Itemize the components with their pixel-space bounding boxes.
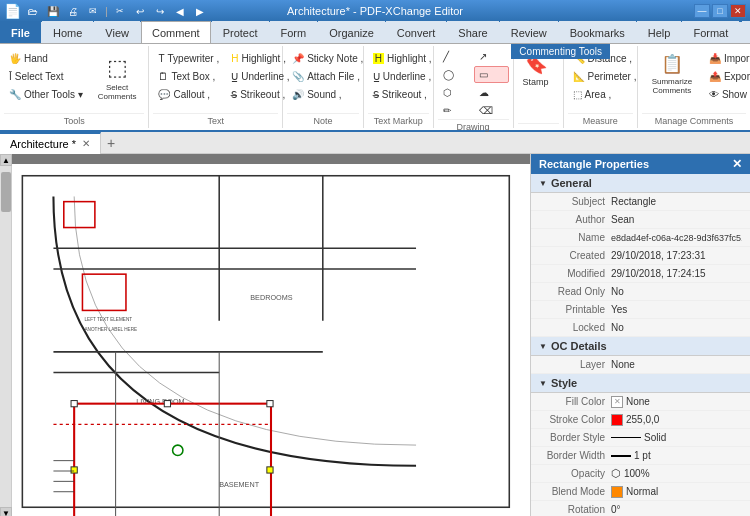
tab-convert[interactable]: Convert [386,21,447,43]
hand-label: Hand [24,53,48,64]
tab-organize[interactable]: Organize [318,21,385,43]
textbox-icon: 🗒 [158,71,168,82]
summarize-label: SummarizeComments [652,77,692,95]
summarize-comments-btn[interactable]: 📋 SummarizeComments [642,50,702,98]
section-general-header[interactable]: ▼ General [531,174,750,193]
section-ocdetails-header[interactable]: ▼ OC Details [531,337,750,356]
qa-cut[interactable]: ✂ [112,3,128,19]
qa-forward[interactable]: ▶ [192,3,208,19]
other-tools-btn[interactable]: 🔧 Other Tools ▾ [4,86,88,103]
sticky-note-btn[interactable]: 📌 Sticky Note , [287,50,368,67]
textbox-btn[interactable]: 🗒 Text Box , [153,68,224,85]
value-printable: Yes [611,304,742,315]
tab-home[interactable]: Home [42,21,93,43]
scroll-up-btn[interactable]: ▲ [0,154,12,166]
doc-tabs: Architecture * ✕ + [0,132,750,154]
fill-color-swatch[interactable]: ✕ [611,396,623,408]
doc-tab-architecture[interactable]: Architecture * ✕ [0,132,101,154]
qa-save[interactable]: 💾 [45,3,61,19]
doc-tab-close[interactable]: ✕ [82,138,90,149]
scroll-down-btn[interactable]: ▼ [0,507,12,516]
tab-form[interactable]: Form [270,21,318,43]
export-btn[interactable]: 📤 Export [704,68,750,85]
group-note-label: Note [287,113,359,126]
highlight-markup-btn[interactable]: H Highlight , [368,50,437,67]
qa-print[interactable]: 🖨 [65,3,81,19]
arrow-btn[interactable]: ↗ [474,48,509,65]
attach-file-btn[interactable]: 📎 Attach File , [287,68,368,85]
cloud-icon: ☁ [479,87,489,98]
tab-help[interactable]: Help [637,21,682,43]
hand-tool-btn[interactable]: 🖐 Hand [4,50,88,67]
value-rotation: 0° [611,504,742,515]
underline-markup-btn[interactable]: U̲ Underline , [368,68,437,85]
minimize-btn[interactable]: — [694,4,710,18]
tab-file[interactable]: File [0,21,41,43]
qa-open[interactable]: 🗁 [25,3,41,19]
row-opacity: Opacity ⬡ 100% [531,465,750,483]
callout-btn[interactable]: 💬 Callout , [153,86,224,103]
svg-text:ANOTHER LABEL HERE: ANOTHER LABEL HERE [85,327,138,332]
tab-view[interactable]: View [94,21,140,43]
row-layer: Layer None [531,356,750,374]
show-btn[interactable]: 👁 Show ▾ [704,86,750,103]
group-stamp-label [518,123,559,126]
qa-undo[interactable]: ↩ [132,3,148,19]
close-btn[interactable]: ✕ [730,4,746,18]
qa-back[interactable]: ◀ [172,3,188,19]
scroll-thumb[interactable] [1,172,11,212]
export-icon: 📤 [709,71,721,82]
tab-format[interactable]: Format [682,21,739,43]
tab-bookmarks[interactable]: Bookmarks [559,21,636,43]
svg-rect-14 [164,401,170,407]
tab-comment[interactable]: Comment [141,21,211,43]
area-btn[interactable]: ⬚ Area , [568,86,642,103]
tab-arrange[interactable]: Arrange [742,21,750,43]
group-markup-content: H Highlight , U̲ Underline , S̶ Strikeou… [368,48,429,113]
underline-text-icon: U̲ [231,71,238,82]
panel-header: Rectangle Properties ✕ [531,154,750,174]
group-manage-content: 📋 SummarizeComments 📥 Import 📤 Export 👁 … [642,48,746,113]
group-tools-content: 🖐 Hand Ī Select Text 🔧 Other Tools ▾ ⬚ S… [4,48,144,113]
section-style-header[interactable]: ▼ Style [531,374,750,393]
perimeter-btn[interactable]: 📐 Perimeter , [568,68,642,85]
pdf-page: BEDROOMS LIVING ROOM BASEMENT [12,164,530,516]
pencil-btn[interactable]: ✏ [438,102,473,119]
attach-file-label: Attach File , [307,71,360,82]
tab-share[interactable]: Share [447,21,498,43]
maximize-btn[interactable]: □ [712,4,728,18]
panel-close-btn[interactable]: ✕ [732,157,742,171]
sound-btn[interactable]: 🔊 Sound , [287,86,368,103]
strikeout-text-label: Strikeout , [240,89,285,100]
label-readonly: Read Only [539,286,611,297]
right-panel: Rectangle Properties ✕ ▼ General Subject… [530,154,750,516]
import-btn[interactable]: 📥 Import [704,50,750,67]
row-modified: Modified 29/10/2018, 17:24:15 [531,265,750,283]
qa-redo[interactable]: ↪ [152,3,168,19]
cloud-btn[interactable]: ☁ [474,84,509,101]
row-border-style: Border Style Solid [531,429,750,447]
vertical-scrollbar[interactable]: ▲ ▼ [0,154,12,516]
qa-email[interactable]: ✉ [85,3,101,19]
select-text-btn[interactable]: Ī Select Text [4,68,88,85]
label-locked: Locked [539,322,611,333]
group-note: 📌 Sticky Note , 📎 Attach File , 🔊 Sound … [283,46,364,128]
solid-line-icon [611,437,641,438]
label-created: Created [539,250,611,261]
oval-btn[interactable]: ◯ [438,66,473,83]
eraser-btn[interactable]: ⌫ [474,102,509,119]
rect-btn[interactable]: ▭ [474,66,509,83]
typewriter-btn[interactable]: T Typewriter , [153,50,224,67]
section-style-label: Style [551,377,577,389]
tab-protect[interactable]: Protect [212,21,269,43]
tab-review[interactable]: Review [500,21,558,43]
line-btn[interactable]: ╱ [438,48,473,65]
stroke-color-swatch[interactable] [611,414,623,426]
doc-tab-add[interactable]: + [101,133,121,153]
strikeout-markup-btn[interactable]: S̶ Strikeout , [368,86,437,103]
value-stroke-color: 255,0,0 [611,414,742,426]
hand-icon: 🖐 [9,53,21,64]
export-label: Export [724,71,750,82]
polygon-btn[interactable]: ⬡ [438,84,473,101]
select-comments-btn[interactable]: ⬚ Select Comments [90,50,145,106]
